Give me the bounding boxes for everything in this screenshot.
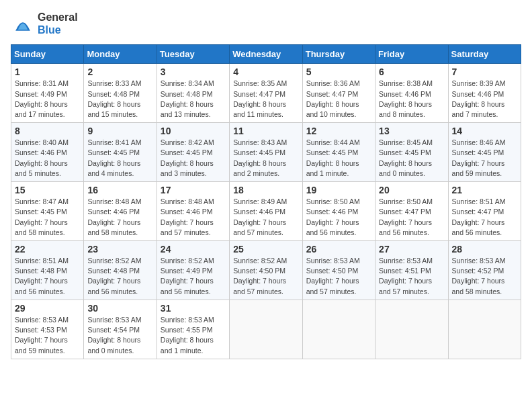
day-info: Sunrise: 8:33 AM Sunset: 4:48 PM Dayligh… xyxy=(87,79,152,120)
logo: General Blue xyxy=(11,11,78,36)
day-number: 15 xyxy=(15,185,80,195)
calendar-cell xyxy=(230,300,302,359)
day-number: 7 xyxy=(452,66,517,77)
calendar-cell: 28 Sunrise: 8:53 AM Sunset: 4:52 PM Dayl… xyxy=(448,241,521,300)
logo-icon xyxy=(11,11,35,36)
calendar-cell: 21 Sunrise: 8:51 AM Sunset: 4:47 PM Dayl… xyxy=(448,182,521,241)
day-info: Sunrise: 8:41 AM Sunset: 4:45 PM Dayligh… xyxy=(87,138,152,179)
day-info: Sunrise: 8:47 AM Sunset: 4:45 PM Dayligh… xyxy=(15,197,80,238)
day-number: 21 xyxy=(452,185,517,195)
calendar-cell: 5 Sunrise: 8:36 AM Sunset: 4:47 PM Dayli… xyxy=(302,64,375,123)
calendar-cell: 4 Sunrise: 8:35 AM Sunset: 4:47 PM Dayli… xyxy=(230,64,302,123)
day-info: Sunrise: 8:36 AM Sunset: 4:47 PM Dayligh… xyxy=(306,79,371,120)
day-info: Sunrise: 8:43 AM Sunset: 4:45 PM Dayligh… xyxy=(233,138,298,179)
day-info: Sunrise: 8:49 AM Sunset: 4:46 PM Dayligh… xyxy=(233,197,298,238)
day-info: Sunrise: 8:46 AM Sunset: 4:45 PM Dayligh… xyxy=(452,138,517,179)
day-info: Sunrise: 8:53 AM Sunset: 4:52 PM Dayligh… xyxy=(452,256,517,297)
calendar-cell: 1 Sunrise: 8:31 AM Sunset: 4:49 PM Dayli… xyxy=(11,64,84,123)
calendar-week-row: 8 Sunrise: 8:40 AM Sunset: 4:46 PM Dayli… xyxy=(11,123,521,182)
day-number: 22 xyxy=(15,244,80,255)
day-info: Sunrise: 8:53 AM Sunset: 4:54 PM Dayligh… xyxy=(87,315,152,356)
day-info: Sunrise: 8:52 AM Sunset: 4:50 PM Dayligh… xyxy=(233,256,298,297)
day-number: 20 xyxy=(379,185,444,195)
day-number: 4 xyxy=(233,66,298,77)
calendar-cell: 23 Sunrise: 8:52 AM Sunset: 4:48 PM Dayl… xyxy=(84,241,157,300)
calendar-header-row: SundayMondayTuesdayWednesdayThursdayFrid… xyxy=(11,45,521,64)
day-info: Sunrise: 8:42 AM Sunset: 4:45 PM Dayligh… xyxy=(161,138,226,179)
calendar-cell: 17 Sunrise: 8:48 AM Sunset: 4:46 PM Dayl… xyxy=(157,182,229,241)
day-number: 14 xyxy=(452,126,517,136)
day-number: 17 xyxy=(161,185,226,195)
day-number: 5 xyxy=(306,66,371,77)
calendar-week-row: 22 Sunrise: 8:51 AM Sunset: 4:48 PM Dayl… xyxy=(11,241,521,300)
calendar-body: 1 Sunrise: 8:31 AM Sunset: 4:49 PM Dayli… xyxy=(11,64,521,359)
calendar-table: SundayMondayTuesdayWednesdayThursdayFrid… xyxy=(11,44,521,359)
day-info: Sunrise: 8:53 AM Sunset: 4:53 PM Dayligh… xyxy=(15,315,80,356)
calendar-cell: 22 Sunrise: 8:51 AM Sunset: 4:48 PM Dayl… xyxy=(11,241,84,300)
day-info: Sunrise: 8:52 AM Sunset: 4:48 PM Dayligh… xyxy=(87,256,152,297)
day-number: 13 xyxy=(379,126,444,136)
calendar-cell: 24 Sunrise: 8:52 AM Sunset: 4:49 PM Dayl… xyxy=(157,241,229,300)
calendar-cell xyxy=(375,300,448,359)
calendar-cell: 20 Sunrise: 8:50 AM Sunset: 4:47 PM Dayl… xyxy=(375,182,448,241)
day-info: Sunrise: 8:38 AM Sunset: 4:46 PM Dayligh… xyxy=(379,79,444,120)
day-info: Sunrise: 8:44 AM Sunset: 4:45 PM Dayligh… xyxy=(306,138,371,179)
calendar-cell: 2 Sunrise: 8:33 AM Sunset: 4:48 PM Dayli… xyxy=(84,64,157,123)
day-number: 11 xyxy=(233,126,298,136)
day-info: Sunrise: 8:51 AM Sunset: 4:48 PM Dayligh… xyxy=(15,256,80,297)
day-info: Sunrise: 8:50 AM Sunset: 4:47 PM Dayligh… xyxy=(379,197,444,238)
day-header-wednesday: Wednesday xyxy=(230,45,302,64)
calendar-cell: 15 Sunrise: 8:47 AM Sunset: 4:45 PM Dayl… xyxy=(11,182,84,241)
day-number: 26 xyxy=(306,244,371,255)
day-header-tuesday: Tuesday xyxy=(157,45,229,64)
day-info: Sunrise: 8:48 AM Sunset: 4:46 PM Dayligh… xyxy=(87,197,152,238)
calendar-cell: 8 Sunrise: 8:40 AM Sunset: 4:46 PM Dayli… xyxy=(11,123,84,182)
calendar-cell: 16 Sunrise: 8:48 AM Sunset: 4:46 PM Dayl… xyxy=(84,182,157,241)
day-number: 24 xyxy=(161,244,226,255)
day-header-friday: Friday xyxy=(375,45,448,64)
day-info: Sunrise: 8:52 AM Sunset: 4:49 PM Dayligh… xyxy=(161,256,226,297)
logo-text-block: General Blue xyxy=(38,11,78,36)
day-info: Sunrise: 8:50 AM Sunset: 4:46 PM Dayligh… xyxy=(306,197,371,238)
calendar-cell: 18 Sunrise: 8:49 AM Sunset: 4:46 PM Dayl… xyxy=(230,182,302,241)
day-number: 31 xyxy=(161,303,226,314)
logo-general: General xyxy=(38,11,78,23)
day-info: Sunrise: 8:53 AM Sunset: 4:55 PM Dayligh… xyxy=(161,315,226,356)
day-header-saturday: Saturday xyxy=(448,45,521,64)
day-header-thursday: Thursday xyxy=(302,45,375,64)
day-number: 16 xyxy=(87,185,152,195)
page-header: General Blue xyxy=(11,11,521,36)
calendar-cell: 19 Sunrise: 8:50 AM Sunset: 4:46 PM Dayl… xyxy=(302,182,375,241)
day-info: Sunrise: 8:39 AM Sunset: 4:46 PM Dayligh… xyxy=(452,79,517,120)
calendar-cell: 26 Sunrise: 8:53 AM Sunset: 4:50 PM Dayl… xyxy=(302,241,375,300)
calendar-cell: 13 Sunrise: 8:45 AM Sunset: 4:45 PM Dayl… xyxy=(375,123,448,182)
calendar-cell: 9 Sunrise: 8:41 AM Sunset: 4:45 PM Dayli… xyxy=(84,123,157,182)
day-number: 1 xyxy=(15,66,80,77)
day-number: 10 xyxy=(161,126,226,136)
day-number: 27 xyxy=(379,244,444,255)
calendar-cell xyxy=(448,300,521,359)
day-info: Sunrise: 8:35 AM Sunset: 4:47 PM Dayligh… xyxy=(233,79,298,120)
calendar-cell: 27 Sunrise: 8:53 AM Sunset: 4:51 PM Dayl… xyxy=(375,241,448,300)
day-info: Sunrise: 8:31 AM Sunset: 4:49 PM Dayligh… xyxy=(15,79,80,120)
day-info: Sunrise: 8:51 AM Sunset: 4:47 PM Dayligh… xyxy=(452,197,517,238)
calendar-cell: 11 Sunrise: 8:43 AM Sunset: 4:45 PM Dayl… xyxy=(230,123,302,182)
day-number: 28 xyxy=(452,244,517,255)
day-number: 25 xyxy=(233,244,298,255)
calendar-cell: 31 Sunrise: 8:53 AM Sunset: 4:55 PM Dayl… xyxy=(157,300,229,359)
calendar-cell: 29 Sunrise: 8:53 AM Sunset: 4:53 PM Dayl… xyxy=(11,300,84,359)
day-number: 8 xyxy=(15,126,80,136)
day-number: 12 xyxy=(306,126,371,136)
day-info: Sunrise: 8:40 AM Sunset: 4:46 PM Dayligh… xyxy=(15,138,80,179)
calendar-cell xyxy=(302,300,375,359)
day-number: 30 xyxy=(87,303,152,314)
day-header-monday: Monday xyxy=(84,45,157,64)
calendar-week-row: 1 Sunrise: 8:31 AM Sunset: 4:49 PM Dayli… xyxy=(11,64,521,123)
calendar-cell: 7 Sunrise: 8:39 AM Sunset: 4:46 PM Dayli… xyxy=(448,64,521,123)
calendar-cell: 30 Sunrise: 8:53 AM Sunset: 4:54 PM Dayl… xyxy=(84,300,157,359)
day-number: 23 xyxy=(87,244,152,255)
day-info: Sunrise: 8:53 AM Sunset: 4:50 PM Dayligh… xyxy=(306,256,371,297)
calendar-week-row: 29 Sunrise: 8:53 AM Sunset: 4:53 PM Dayl… xyxy=(11,300,521,359)
logo-blue: Blue xyxy=(38,24,61,36)
calendar-cell: 12 Sunrise: 8:44 AM Sunset: 4:45 PM Dayl… xyxy=(302,123,375,182)
